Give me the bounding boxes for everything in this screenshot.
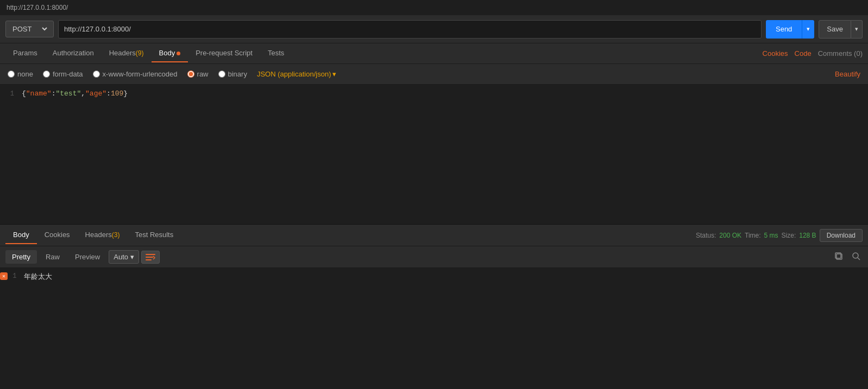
status-value: 200 OK (719, 232, 741, 239)
request-tabs: Params Authorization Headers(9) Body Pre… (0, 43, 868, 64)
send-button[interactable]: Send (766, 20, 802, 39)
tab-params[interactable]: Params (5, 44, 45, 62)
code-editor[interactable]: 1 {"name":"test","age":109} (0, 85, 868, 225)
code-line-1: 1 {"name":"test","age":109} (0, 89, 868, 98)
tab-body[interactable]: Body (152, 44, 188, 62)
format-tab-raw[interactable]: Raw (39, 250, 66, 264)
request-tab-right: Cookies Code Comments (0) (763, 49, 863, 58)
svg-line-6 (858, 258, 860, 260)
response-right-icons (832, 251, 863, 264)
radio-binary[interactable] (218, 71, 225, 78)
tab-prerequest[interactable]: Pre-request Script (188, 44, 260, 62)
response-content: ✕ 1 年龄太大 (0, 268, 868, 389)
radio-form-data[interactable] (43, 71, 50, 78)
headers-badge: (9) (136, 49, 144, 57)
resp-tab-headers[interactable]: Headers(3) (78, 226, 128, 244)
resp-headers-badge: (3) (112, 231, 120, 239)
time-value: 5 ms (764, 232, 778, 239)
size-value: 128 B (799, 232, 816, 239)
window-title: http://127.0.0.1:8000/ (7, 4, 68, 11)
body-options: none form-data x-www-form-urlencoded raw… (0, 64, 868, 85)
copy-button[interactable] (832, 251, 845, 264)
option-binary[interactable]: binary (218, 70, 247, 78)
line-content-1: {"name":"test","age":109} (22, 90, 128, 98)
response-body-toolbar: Pretty Raw Preview Auto ▾ (0, 246, 868, 268)
radio-urlencoded[interactable] (93, 71, 100, 78)
resp-line-content-1: 年龄太大 (24, 272, 52, 282)
auto-select[interactable]: Auto ▾ (109, 250, 139, 264)
wrap-icon[interactable] (141, 251, 160, 264)
resp-line-num-1: ✕ 1 (0, 272, 24, 280)
send-button-group: Send ▾ (766, 20, 814, 39)
option-none[interactable]: none (8, 70, 33, 78)
response-tabs-bar: Body Cookies Headers(3) Test Results Sta… (0, 225, 868, 246)
method-select[interactable]: POST GET PUT DELETE PATCH (5, 21, 54, 37)
body-dot (177, 52, 180, 55)
tab-authorization[interactable]: Authorization (45, 44, 102, 62)
send-dropdown-button[interactable]: ▾ (802, 20, 814, 39)
save-button-group: Save ▾ (819, 20, 863, 39)
resp-tab-cookies[interactable]: Cookies (37, 226, 78, 244)
resp-line-1: ✕ 1 年龄太大 (0, 271, 868, 282)
url-bar: POST GET PUT DELETE PATCH Send ▾ Save ▾ (0, 15, 868, 43)
download-button[interactable]: Download (820, 229, 863, 242)
option-form-data[interactable]: form-data (43, 70, 83, 78)
cookies-link[interactable]: Cookies (763, 49, 788, 58)
radio-raw[interactable] (187, 71, 194, 78)
chevron-down-icon: ▾ (332, 70, 336, 78)
code-link[interactable]: Code (795, 49, 812, 58)
method-dropdown[interactable]: POST GET PUT DELETE PATCH (10, 24, 49, 34)
save-dropdown-button[interactable]: ▾ (851, 20, 863, 39)
svg-point-5 (853, 253, 858, 258)
beautify-button[interactable]: Beautify (835, 70, 860, 78)
option-raw[interactable]: raw (187, 70, 209, 78)
tab-headers[interactable]: Headers(9) (102, 44, 152, 62)
svg-rect-2 (146, 259, 152, 260)
chevron-down-icon: ▾ (130, 253, 134, 261)
json-type-dropdown[interactable]: JSON (application/json) ▾ (257, 70, 337, 78)
radio-none[interactable] (8, 71, 15, 78)
save-button[interactable]: Save (819, 20, 851, 39)
option-urlencoded[interactable]: x-www-form-urlencoded (93, 70, 178, 78)
comments-link[interactable]: Comments (0) (818, 49, 863, 58)
response-meta: Status: 200 OK Time: 5 ms Size: 128 B Do… (696, 229, 863, 242)
response-section: Body Cookies Headers(3) Test Results Sta… (0, 225, 868, 389)
error-icon: ✕ (0, 272, 8, 280)
format-tab-preview[interactable]: Preview (68, 250, 106, 264)
title-bar: http://127.0.0.1:8000/ (0, 0, 868, 15)
svg-rect-0 (146, 254, 155, 255)
url-input[interactable] (58, 20, 762, 39)
tab-tests[interactable]: Tests (260, 44, 292, 62)
line-number-1: 1 (0, 90, 22, 98)
search-button[interactable] (850, 251, 863, 264)
resp-tab-test-results[interactable]: Test Results (127, 226, 181, 244)
resp-tab-body[interactable]: Body (5, 226, 37, 244)
format-tab-pretty[interactable]: Pretty (5, 250, 37, 264)
svg-rect-1 (146, 257, 153, 258)
